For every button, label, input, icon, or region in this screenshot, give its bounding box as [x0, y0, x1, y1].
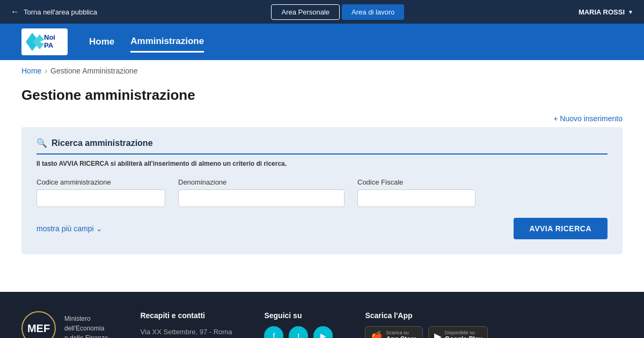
- breadcrumb-separator: ›: [45, 67, 47, 75]
- area-tabs: Area Personale Area di lavoro: [271, 4, 404, 20]
- svg-text:Noi: Noi: [44, 33, 55, 41]
- seguici-title: Seguici su: [264, 311, 333, 320]
- social-icon-youtube[interactable]: ▶: [313, 326, 333, 338]
- nav-bar: Noi PA Home Amministrazione: [0, 24, 644, 60]
- user-menu[interactable]: MARIA ROSSI ▼: [579, 8, 633, 16]
- back-link[interactable]: ← Torna nell'area pubblica: [11, 7, 97, 17]
- social-icon-facebook[interactable]: f: [264, 326, 283, 338]
- field-codice-amministrazione: Codice amministrazione: [36, 178, 165, 207]
- search-icon: 🔍: [36, 138, 47, 148]
- action-bar: + Nuovo inserimento: [21, 114, 623, 123]
- back-arrow-icon: ←: [11, 7, 19, 17]
- codice-fiscale-input[interactable]: [357, 189, 475, 207]
- field-codice-label: Codice amministrazione: [36, 178, 165, 186]
- field-codice-fiscale: Codice Fiscale: [357, 178, 475, 207]
- footer-logo-area: MEF Ministero dell'Economia e delle Fina…: [21, 311, 108, 338]
- noipa-logo-image: Noi PA: [21, 28, 68, 55]
- mostra-campi-label: mostra più campi: [36, 224, 94, 233]
- address-line1: Via XX Settembre, 97 - Roma: [140, 328, 232, 336]
- googleplay-label: Google Play: [445, 335, 482, 338]
- mef-logo-text: MEF: [27, 322, 50, 335]
- mef-text-line1: Ministero: [64, 314, 108, 324]
- apple-icon: 🍎: [371, 330, 383, 338]
- search-hint: Il tasto AVVIA RICERCA si abiliterà all'…: [36, 160, 608, 167]
- mef-text: Ministero dell'Economia e delle Finanze: [64, 314, 108, 338]
- mostra-campi-chevron-icon: ⌄: [96, 224, 103, 233]
- mef-text-line3: e delle Finanze: [64, 333, 108, 338]
- googleplay-badge[interactable]: ▶ Disponibile su Google Play: [428, 326, 488, 338]
- area-lavoro-button[interactable]: Area di lavoro: [342, 4, 404, 20]
- footer-app: Scarica l'App 🍎 Scarica su App Store ▶ D…: [365, 311, 488, 338]
- nav-amministrazione[interactable]: Amministrazione: [130, 32, 204, 53]
- user-name: MARIA ROSSI: [579, 8, 625, 16]
- nav-home[interactable]: Home: [89, 32, 114, 52]
- field-denominazione-label: Denominazione: [178, 178, 345, 186]
- back-label: Torna nell'area pubblica: [24, 8, 97, 16]
- recapiti-title: Recapiti e contatti: [140, 311, 232, 320]
- breadcrumb-home[interactable]: Home: [21, 67, 41, 75]
- noipa-logo: Noi PA: [21, 28, 68, 55]
- footer-recapiti: Recapiti e contatti Via XX Settembre, 97…: [140, 311, 232, 338]
- top-bar: ← Torna nell'area pubblica Area Personal…: [0, 0, 644, 24]
- user-chevron-icon: ▼: [628, 9, 633, 15]
- appstore-label: App Store: [386, 335, 416, 338]
- codice-amministrazione-input[interactable]: [36, 189, 165, 207]
- nuovo-inserimento-link[interactable]: + Nuovo inserimento: [553, 114, 623, 123]
- googleplay-text: Disponibile su Google Play: [445, 330, 482, 338]
- logo-area: Noi PA: [21, 28, 68, 55]
- appstore-badge[interactable]: 🍎 Scarica su App Store: [365, 326, 422, 338]
- page-content: Gestione amministrazione + Nuovo inserim…: [0, 82, 644, 270]
- search-title: Ricerca amministrazione: [52, 138, 153, 148]
- googleplay-sublabel: Disponibile su: [445, 330, 482, 335]
- area-personale-button[interactable]: Area Personale: [271, 4, 340, 20]
- footer-social: Seguici su f t ▶: [264, 311, 333, 338]
- avvia-ricerca-button[interactable]: AVVIA RICERCA: [514, 218, 608, 239]
- field-codice-fiscale-label: Codice Fiscale: [357, 178, 475, 186]
- appstore-text: Scarica su App Store: [386, 330, 416, 338]
- footer-main: MEF Ministero dell'Economia e delle Fina…: [21, 311, 623, 338]
- social-icon-twitter[interactable]: t: [289, 326, 308, 338]
- googleplay-icon: ▶: [434, 330, 442, 338]
- search-header: 🔍 Ricerca amministrazione: [36, 138, 608, 155]
- app-badges: 🍎 Scarica su App Store ▶ Disponibile su …: [365, 326, 488, 338]
- nav-links: Home Amministrazione: [89, 32, 204, 53]
- mostra-campi-toggle[interactable]: mostra più campi ⌄: [36, 224, 103, 233]
- svg-text:PA: PA: [44, 41, 54, 49]
- social-icons: f t ▶: [264, 326, 333, 338]
- breadcrumb: Home › Gestione Amministrazione: [0, 60, 644, 82]
- breadcrumb-current: Gestione Amministrazione: [50, 67, 138, 75]
- search-fields: Codice amministrazione Denominazione Cod…: [36, 178, 608, 207]
- field-denominazione: Denominazione: [178, 178, 345, 207]
- mef-logo: MEF: [21, 311, 56, 338]
- page-title: Gestione amministrazione: [21, 87, 623, 104]
- search-footer: mostra più campi ⌄ AVVIA RICERCA: [36, 218, 608, 239]
- denominazione-input[interactable]: [178, 189, 345, 207]
- appstore-sublabel: Scarica su: [386, 330, 416, 335]
- search-card: 🔍 Ricerca amministrazione Il tasto AVVIA…: [21, 127, 623, 254]
- mef-text-line2: dell'Economia: [64, 324, 108, 333]
- footer: MEF Ministero dell'Economia e delle Fina…: [0, 292, 644, 338]
- scarica-title: Scarica l'App: [365, 311, 488, 320]
